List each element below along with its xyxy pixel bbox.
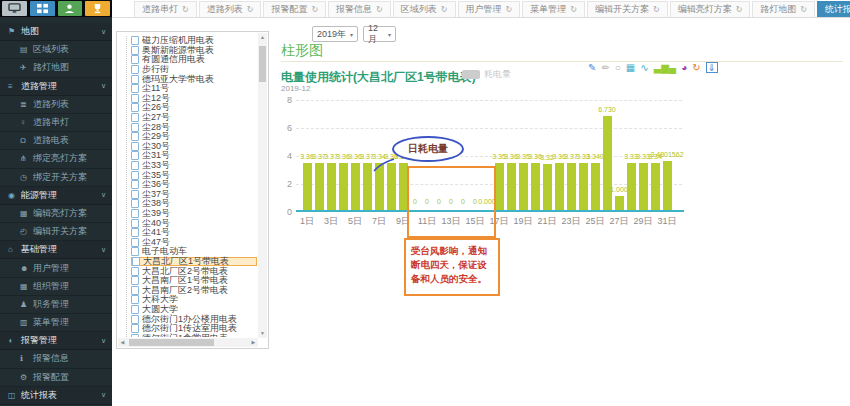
bar-day-2[interactable] bbox=[315, 163, 324, 210]
tree-hscroll-thumb[interactable] bbox=[129, 339, 214, 346]
bar-day-6[interactable] bbox=[363, 163, 372, 210]
edit-pencil-icon[interactable]: ✏ bbox=[601, 61, 609, 74]
tab-label: 路灯地图 bbox=[760, 3, 796, 16]
sidebar-item-编辑开关方案[interactable]: ◴编辑开关方案 bbox=[0, 223, 112, 241]
bar-day-19[interactable] bbox=[519, 163, 528, 210]
bar-day-1[interactable] bbox=[303, 163, 312, 210]
edit-switch-plan-icon: ◴ bbox=[20, 227, 33, 236]
sidebar-item-路灯地图[interactable]: ✈路灯地图 bbox=[0, 59, 112, 77]
scroll-up-icon[interactable]: ▲ bbox=[258, 33, 267, 42]
sidebar-section-报警管理[interactable]: ◖报警管理∨ bbox=[0, 332, 112, 350]
tree-vscroll-thumb[interactable] bbox=[259, 46, 266, 82]
sidebar-label: 基础管理 bbox=[21, 243, 57, 256]
scroll-left-icon[interactable]: ◀ bbox=[118, 338, 127, 347]
bar-day-26[interactable] bbox=[603, 116, 612, 210]
legend-item-consumption[interactable]: 耗电量 bbox=[462, 68, 511, 81]
tab-编辑开关方案[interactable]: 编辑开关方案↻ bbox=[587, 1, 668, 17]
bar-day-24[interactable] bbox=[579, 163, 588, 210]
sidebar-item-报警配置[interactable]: ⚙报警配置 bbox=[0, 369, 112, 387]
bar-day-29[interactable] bbox=[639, 163, 648, 210]
scroll-down-icon[interactable]: ▼ bbox=[258, 329, 267, 338]
legend-label: 耗电量 bbox=[484, 68, 511, 81]
refresh-icon[interactable]: ↻ bbox=[692, 61, 700, 74]
bar-day-30[interactable] bbox=[651, 163, 660, 210]
tab-道路串灯[interactable]: 道路串灯↻ bbox=[134, 1, 197, 17]
tree-item[interactable]: 德尔街门1食堂用电表 bbox=[131, 333, 257, 337]
bar-day-22[interactable] bbox=[555, 163, 564, 210]
tab-路灯地图[interactable]: 路灯地图↻ bbox=[752, 1, 815, 17]
bar-day-3[interactable] bbox=[327, 163, 336, 210]
restore-circle-icon[interactable]: ○ bbox=[615, 61, 621, 74]
bar-day-27[interactable] bbox=[615, 196, 624, 210]
tab-道路列表[interactable]: 道路列表↻ bbox=[199, 1, 262, 17]
scroll-right-icon[interactable]: ▶ bbox=[249, 338, 258, 347]
sidebar-item-职务管理[interactable]: ♟职务管理 bbox=[0, 296, 112, 314]
logo-tile-monitor-icon[interactable] bbox=[2, 1, 27, 16]
tree-horizontal-scrollbar[interactable]: ◀ ▶ bbox=[118, 338, 258, 347]
bar-day-5[interactable] bbox=[351, 163, 360, 210]
tab-报警信息[interactable]: 报警信息↻ bbox=[328, 1, 391, 17]
sidebar-item-绑定亮灯方案[interactable]: ⋔绑定亮灯方案 bbox=[0, 150, 112, 168]
file-icon bbox=[131, 123, 139, 132]
chevron-down-icon: ∨ bbox=[101, 82, 106, 90]
logo-tile-grid-icon[interactable] bbox=[30, 1, 55, 16]
refresh-icon[interactable]: ↻ bbox=[182, 5, 189, 14]
sidebar-item-道路串灯[interactable]: ♀道路串灯 bbox=[0, 114, 112, 132]
road-meter-icon: Ω bbox=[20, 136, 33, 145]
bar-chart-icon[interactable]: ▃▆▄ bbox=[654, 61, 676, 74]
sidebar-section-基础管理[interactable]: ⌂基础管理∨ bbox=[0, 241, 112, 259]
energy-manage-icon: ◉ bbox=[8, 191, 21, 200]
sidebar-section-能源管理[interactable]: ◉能源管理∨ bbox=[0, 187, 112, 205]
bar-day-23[interactable] bbox=[567, 163, 576, 210]
tab-统计报表[interactable]: 统计报表× bbox=[817, 1, 850, 17]
pie-chart-icon[interactable]: ◕ bbox=[681, 61, 687, 74]
sidebar-section-道路管理[interactable]: ≡道路管理∨ bbox=[0, 78, 112, 96]
logo-tile-user-icon[interactable] bbox=[58, 1, 83, 16]
tab-报警配置[interactable]: 报警配置↻ bbox=[263, 1, 326, 17]
bar-day-4[interactable] bbox=[339, 163, 348, 210]
sidebar-item-组织管理[interactable]: ▦组织管理 bbox=[0, 278, 112, 296]
refresh-icon[interactable]: ↻ bbox=[653, 5, 660, 14]
sidebar-label: 路灯地图 bbox=[33, 61, 69, 74]
refresh-icon[interactable]: ↻ bbox=[311, 5, 318, 14]
sidebar-section-统计报表[interactable]: ◫统计报表∨ bbox=[0, 387, 112, 405]
year-select[interactable]: 2019年 ▾ bbox=[312, 26, 358, 42]
bar-day-18[interactable] bbox=[507, 163, 516, 210]
sidebar-item-用户管理[interactable]: ☻用户管理 bbox=[0, 259, 112, 277]
bar-day-28[interactable] bbox=[627, 163, 636, 210]
refresh-icon[interactable]: ↻ bbox=[570, 5, 577, 14]
sidebar-section-地图[interactable]: ⚑地图∨ bbox=[0, 23, 112, 41]
refresh-icon[interactable]: ↻ bbox=[376, 5, 383, 14]
line-chart-icon[interactable]: ∿ bbox=[640, 61, 648, 74]
tab-用户管理[interactable]: 用户管理↻ bbox=[458, 1, 521, 17]
tab-编辑亮灯方案[interactable]: 编辑亮灯方案↻ bbox=[670, 1, 751, 17]
sidebar-item-道路列表[interactable]: ≣道路列表 bbox=[0, 96, 112, 114]
refresh-icon[interactable]: ↻ bbox=[736, 5, 743, 14]
bar-day-25[interactable] bbox=[591, 163, 600, 210]
sidebar-item-编辑亮灯方案[interactable]: ▦编辑亮灯方案 bbox=[0, 205, 112, 223]
tree-vertical-scrollbar[interactable]: ▲ ▼ bbox=[258, 33, 267, 338]
sidebar-item-道路电表[interactable]: Ω道路电表 bbox=[0, 132, 112, 150]
refresh-icon[interactable]: ↻ bbox=[441, 5, 448, 14]
tab-菜单管理[interactable]: 菜单管理↻ bbox=[522, 1, 585, 17]
mark-pencil-icon[interactable]: ✎ bbox=[588, 61, 596, 74]
bar-day-20[interactable] bbox=[531, 163, 540, 210]
refresh-icon[interactable]: ↻ bbox=[506, 5, 513, 14]
tab-区域列表[interactable]: 区域列表↻ bbox=[393, 1, 456, 17]
sidebar-item-区域列表[interactable]: ▤区域列表 bbox=[0, 41, 112, 59]
chart-toolbar: ✎✏○▦∿▃▆▄◕↻⇓ bbox=[588, 61, 718, 74]
save-image-icon[interactable]: ⇓ bbox=[706, 62, 718, 73]
year-select-value: 2019年 bbox=[317, 28, 346, 41]
bar-day-21[interactable] bbox=[543, 164, 552, 210]
refresh-icon[interactable]: ↻ bbox=[800, 5, 807, 14]
refresh-icon[interactable]: ↻ bbox=[247, 5, 254, 14]
bar-day-31[interactable] bbox=[663, 161, 672, 210]
month-select[interactable]: 12月 ▾ bbox=[363, 26, 396, 42]
data-view-icon[interactable]: ▦ bbox=[626, 61, 635, 74]
sidebar-item-绑定开关方案[interactable]: ◷绑定开关方案 bbox=[0, 169, 112, 187]
sidebar-item-菜单管理[interactable]: ▥菜单管理 bbox=[0, 314, 112, 332]
tab-label: 统计报表 bbox=[825, 3, 850, 16]
sidebar-item-报警信息[interactable]: ℹ报警信息 bbox=[0, 350, 112, 368]
sidebar-label: 组织管理 bbox=[33, 280, 69, 293]
logo-tile-trophy-icon[interactable] bbox=[85, 1, 110, 16]
